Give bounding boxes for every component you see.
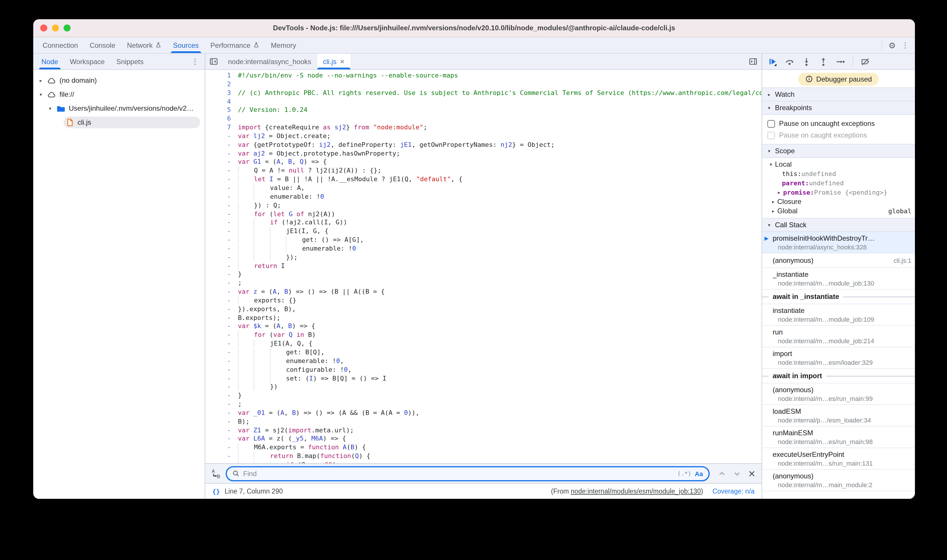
panel-tab-performance[interactable]: Performance xyxy=(205,37,265,53)
line-number[interactable]: 1 xyxy=(205,72,238,80)
line-number[interactable]: - xyxy=(205,262,238,271)
navigator-tab-node[interactable]: Node xyxy=(35,54,64,69)
call-stack-frame[interactable]: (anonymous)node:internal/m…main_module:2 xyxy=(762,470,915,491)
scope-twisty-icon[interactable]: ▸ xyxy=(775,190,783,195)
line-number[interactable]: - xyxy=(205,167,238,176)
source-editor[interactable]: 1#!/usr/bin/env -S node --no-warnings --… xyxy=(205,70,762,463)
find-input[interactable]: Find (.*) Aa xyxy=(226,466,709,481)
tree-twisty-icon[interactable]: ▾ xyxy=(37,92,45,97)
line-number[interactable]: - xyxy=(205,236,238,245)
call-stack-frame[interactable]: ▶promiseInitHookWithDestroyTr…node:inter… xyxy=(762,232,915,254)
line-number[interactable]: - xyxy=(205,426,238,435)
zoom-window-button[interactable] xyxy=(63,25,71,31)
breakpoint-option[interactable]: Pause on uncaught exceptions xyxy=(762,118,915,129)
checkbox[interactable] xyxy=(767,120,775,127)
tree-row[interactable]: cli.js xyxy=(33,115,205,129)
line-number[interactable]: - xyxy=(205,245,238,254)
scope-twisty-icon[interactable]: ▸ xyxy=(769,208,777,214)
step-over-icon[interactable] xyxy=(785,57,794,66)
replace-toggle-icon[interactable]: AB xyxy=(211,469,221,478)
line-number[interactable]: - xyxy=(205,175,238,184)
line-number[interactable]: - xyxy=(205,253,238,262)
watch-section-header[interactable]: ▸ Watch xyxy=(762,88,915,102)
line-number[interactable]: - xyxy=(205,279,238,288)
match-case-toggle[interactable]: Aa xyxy=(695,470,703,477)
deactivate-breakpoints-icon[interactable] xyxy=(861,57,870,66)
more-options-kebab-icon[interactable]: ⋮ xyxy=(902,42,909,49)
line-number[interactable]: - xyxy=(205,435,238,444)
line-number[interactable]: 4 xyxy=(205,98,238,106)
scope-twisty-icon[interactable]: ▾ xyxy=(767,162,775,167)
panel-tab-console[interactable]: Console xyxy=(84,37,121,53)
call-stack-frame[interactable]: runnode:internal/m…module_job:214 xyxy=(762,326,915,347)
tree-item[interactable]: (no domain) xyxy=(45,74,200,86)
line-number[interactable]: - xyxy=(205,461,238,463)
line-number[interactable]: - xyxy=(205,392,238,400)
line-number[interactable]: - xyxy=(205,418,238,426)
line-number[interactable]: - xyxy=(205,149,238,158)
line-number[interactable]: - xyxy=(205,409,238,418)
call-stack-frame[interactable]: (anonymous)node:internal/m…es/run_main:9… xyxy=(762,383,915,405)
line-number[interactable]: - xyxy=(205,452,238,461)
collapse-navigator-icon[interactable] xyxy=(205,54,222,69)
line-number[interactable]: - xyxy=(205,227,238,236)
call-stack-section-header[interactable]: ▾ Call Stack xyxy=(762,218,915,232)
close-window-button[interactable] xyxy=(40,25,47,31)
step-icon[interactable] xyxy=(836,57,845,66)
line-number[interactable]: - xyxy=(205,158,238,167)
line-number[interactable]: 3 xyxy=(205,89,238,98)
line-number[interactable]: - xyxy=(205,305,238,314)
panel-tab-memory[interactable]: Memory xyxy=(265,37,302,53)
line-number[interactable]: - xyxy=(205,366,238,374)
resume-icon[interactable] xyxy=(768,57,777,66)
line-number[interactable]: - xyxy=(205,193,238,202)
tree-row[interactable]: ▾file:// xyxy=(33,88,205,102)
scope-section-header[interactable]: ▾ Scope xyxy=(762,144,915,158)
tree-twisty-icon[interactable]: ▾ xyxy=(46,106,54,111)
close-tab-icon[interactable]: × xyxy=(340,57,344,66)
next-match-icon[interactable] xyxy=(733,469,741,477)
line-number[interactable]: - xyxy=(205,374,238,383)
scope-row[interactable]: parent: undefined xyxy=(762,178,915,188)
line-number[interactable]: - xyxy=(205,288,238,297)
tree-row[interactable]: ▸(no domain) xyxy=(33,74,205,88)
call-stack-frame[interactable]: runMainESMnode:internal/m…es/run_main:98 xyxy=(762,426,915,448)
panel-tab-sources[interactable]: Sources xyxy=(167,37,205,53)
tree-row[interactable]: ▾Users/jinhuilee/.nvm/versions/node/v2… xyxy=(33,102,205,115)
tree-item[interactable]: file:// xyxy=(45,88,200,100)
navigator-tab-snippets[interactable]: Snippets xyxy=(111,54,149,69)
navigator-tab-workspace[interactable]: Workspace xyxy=(64,54,111,69)
line-number[interactable]: - xyxy=(205,400,238,409)
line-number[interactable]: - xyxy=(205,219,238,228)
close-find-icon[interactable]: × xyxy=(748,468,756,479)
line-number[interactable]: - xyxy=(205,271,238,279)
line-number[interactable]: - xyxy=(205,210,238,219)
line-number[interactable]: - xyxy=(205,331,238,340)
call-stack-frame[interactable]: importnode:internal/m…esm/loader:329 xyxy=(762,347,915,369)
line-number[interactable]: - xyxy=(205,132,238,141)
line-number[interactable]: - xyxy=(205,323,238,331)
settings-gear-icon[interactable]: ⚙ xyxy=(888,41,896,49)
scope-row[interactable]: this: undefined xyxy=(762,169,915,178)
breakpoint-option[interactable]: Pause on caught exceptions xyxy=(762,129,915,141)
sourcemap-origin-link[interactable]: node:internal/modules/esm/module_job:130 xyxy=(571,488,701,495)
toggle-debugger-sidebar-icon[interactable] xyxy=(745,54,762,69)
breakpoints-section-header[interactable]: ▾ Breakpoints xyxy=(762,101,915,115)
tree-item[interactable]: Users/jinhuilee/.nvm/versions/node/v2… xyxy=(54,102,200,114)
navigator-kebab-icon[interactable]: ⋮ xyxy=(191,58,205,65)
editor-tab-cli-js[interactable]: cli.js× xyxy=(317,54,350,69)
call-stack-frame[interactable]: loadESMnode:internal/p…/esm_loader:34 xyxy=(762,405,915,426)
panel-tab-network[interactable]: Network xyxy=(121,37,167,53)
line-number[interactable]: - xyxy=(205,348,238,357)
line-number[interactable]: - xyxy=(205,184,238,193)
line-number[interactable]: - xyxy=(205,444,238,452)
call-stack-frame[interactable]: instantiatenode:internal/m…module_job:10… xyxy=(762,304,915,326)
line-number[interactable]: - xyxy=(205,314,238,323)
line-number[interactable]: - xyxy=(205,383,238,392)
coverage-link[interactable]: Coverage: n/a xyxy=(713,488,755,495)
panel-tab-connection[interactable]: Connection xyxy=(37,37,84,53)
line-number[interactable]: 7 xyxy=(205,123,238,132)
scope-row[interactable]: ▸Globalglobal xyxy=(762,206,915,215)
editor-tab-node-internal-async-hooks[interactable]: node:internal/async_hooks xyxy=(222,54,317,69)
scope-twisty-icon[interactable]: ▸ xyxy=(769,199,777,204)
